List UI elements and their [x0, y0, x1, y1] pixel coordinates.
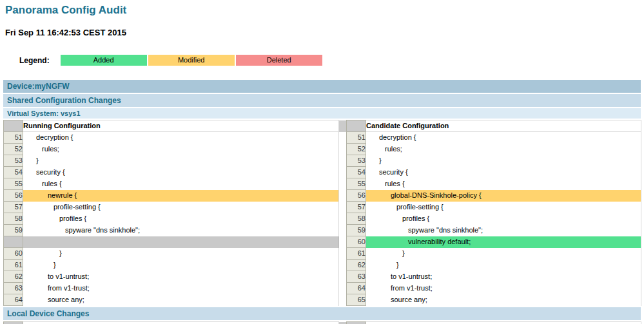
diff-row: 51decryption {51decryption { [4, 132, 641, 144]
code-line: profile-setting { [366, 202, 641, 213]
pane-gap [339, 155, 347, 167]
line-number: 60 [4, 248, 23, 260]
diff-row: 58profiles {58profiles { [4, 213, 641, 225]
panorama-config-audit-page: Panorama Config Audit Fri Sep 11 16:42:5… [0, 0, 644, 324]
local-diff-table: Running Configuration Candidate Configur… [3, 321, 641, 324]
line-number: 65 [347, 294, 366, 306]
legend: Legend: Added Modified Deleted [19, 55, 644, 66]
code-line: rules { [366, 178, 641, 190]
diff-row: 59spyware "dns sinkhole";59spyware "dns … [4, 225, 641, 236]
candidate-line-number-header [347, 120, 366, 132]
line-number: 60 [347, 236, 366, 248]
line-number: 57 [4, 202, 23, 213]
code-line: spyware "dns sinkhole"; [366, 225, 641, 236]
diff-row: 60}61} [4, 248, 641, 260]
local-candidate-config-header: Candidate Configuration [366, 322, 641, 324]
pane-gap [339, 132, 347, 144]
line-number: 59 [4, 225, 23, 236]
line-number: 55 [4, 178, 23, 190]
line-number: 51 [347, 132, 366, 144]
code-line: } [23, 155, 339, 167]
code-line: } [23, 248, 339, 260]
diff-row: 63from v1-trust;64from v1-trust; [4, 283, 641, 294]
pane-gap [339, 236, 347, 248]
pane-gap [339, 178, 347, 190]
code-line: rules { [23, 178, 339, 190]
diff-row: 52rules;52rules; [4, 144, 641, 155]
line-number: 61 [4, 260, 23, 271]
line-number: 54 [4, 167, 23, 178]
code-line: to v1-untrust; [366, 271, 641, 283]
code-line: rules; [23, 144, 339, 155]
diff-row: 57profile-setting {57profile-setting { [4, 202, 641, 213]
candidate-config-header: Candidate Configuration [366, 120, 641, 132]
code-line: newrule { [23, 190, 339, 202]
line-number: 59 [347, 225, 366, 236]
line-number: 63 [4, 283, 23, 294]
pane-gap [339, 294, 347, 306]
line-number: 56 [4, 190, 23, 202]
code-line: profiles { [366, 213, 641, 225]
diff-row: 53}53} [4, 155, 641, 167]
code-line: source any; [366, 294, 641, 306]
pane-gap [339, 144, 347, 155]
local-diff-header-row: Running Configuration Candidate Configur… [4, 322, 641, 324]
legend-deleted-swatch: Deleted [236, 55, 322, 66]
audit-report: Device:myNGFW Shared Configuration Chang… [3, 80, 641, 324]
pane-gap [339, 283, 347, 294]
line-number: 53 [347, 155, 366, 167]
code-line: } [366, 248, 641, 260]
pane-gap-header [339, 120, 347, 132]
code-line: security { [23, 167, 339, 178]
line-number: 61 [347, 248, 366, 260]
line-number [4, 236, 23, 248]
pane-gap [339, 190, 347, 202]
line-number: 58 [347, 213, 366, 225]
code-line: to v1-untrust; [23, 271, 339, 283]
device-header: Device:myNGFW [3, 80, 641, 93]
code-line: } [23, 260, 339, 271]
line-number: 57 [347, 202, 366, 213]
line-number: 58 [4, 213, 23, 225]
line-number: 64 [4, 294, 23, 306]
code-line: profile-setting { [23, 202, 339, 213]
diff-row: 60vulnerability default; [4, 236, 641, 248]
code-line: } [366, 260, 641, 271]
line-number: 63 [347, 271, 366, 283]
line-number: 56 [347, 190, 366, 202]
pane-gap [339, 167, 347, 178]
line-number: 53 [4, 155, 23, 167]
diff-row: 64source any;65source any; [4, 294, 641, 306]
virtual-system-header: Virtual System: vsys1 [3, 108, 641, 119]
local-running-line-number-header [4, 322, 23, 324]
diff-header-row: Running Configuration Candidate Configur… [4, 120, 641, 132]
pane-gap [339, 271, 347, 283]
local-device-changes-header: Local Device Changes [3, 307, 641, 320]
code-line: from v1-trust; [23, 283, 339, 294]
pane-gap [339, 225, 347, 236]
line-number: 62 [4, 271, 23, 283]
line-number: 52 [347, 144, 366, 155]
code-line: decryption { [23, 132, 339, 144]
legend-label: Legend: [19, 56, 50, 65]
code-line: vulnerability default; [366, 236, 641, 248]
legend-added-swatch: Added [61, 55, 147, 66]
code-line: security { [366, 167, 641, 178]
code-line: spyware "dns sinkhole"; [23, 225, 339, 236]
diff-row: 54security {54security { [4, 167, 641, 178]
line-number: 62 [347, 260, 366, 271]
local-running-config-header: Running Configuration [23, 322, 339, 324]
code-line: } [366, 155, 641, 167]
line-number: 54 [347, 167, 366, 178]
shared-config-changes-header: Shared Configuration Changes [3, 94, 641, 107]
report-timestamp: Fri Sep 11 16:42:53 CEST 2015 [5, 28, 644, 37]
shared-diff-table: Running Configuration Candidate Configur… [3, 120, 641, 306]
diff-row: 61}62} [4, 260, 641, 271]
pane-gap [339, 260, 347, 271]
code-line: global-DNS-Sinkhole-policy { [366, 190, 641, 202]
legend-modified-swatch: Modified [148, 55, 235, 66]
pane-gap [339, 213, 347, 225]
code-line: source any; [23, 294, 339, 306]
diff-row: 62to v1-untrust;63to v1-untrust; [4, 271, 641, 283]
running-line-number-header [4, 120, 23, 132]
